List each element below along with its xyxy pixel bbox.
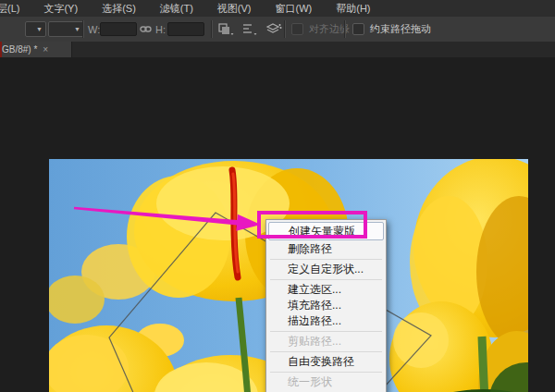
align-edges-checkbox[interactable] [291, 23, 303, 35]
menu-separator [270, 372, 382, 373]
height-label: H: [155, 24, 166, 35]
menu-item-stroke-path[interactable]: 描边路径... [268, 313, 384, 329]
height-input[interactable] [167, 22, 204, 36]
shape-mode-dropdown[interactable]: ▼ [48, 21, 84, 37]
constrain-path-drag-label: 约束路径拖动 [370, 22, 431, 36]
menu-separator [270, 331, 382, 332]
chevron-down-icon: ▼ [33, 26, 45, 32]
menu-bar: 图层(L) 文字(Y) 选择(S) 滤镜(T) 视图(V) 窗口(W) 帮助(H… [0, 0, 555, 18]
menu-type[interactable]: 文字(Y) [32, 0, 89, 17]
menu-view[interactable]: 视图(V) [206, 0, 263, 17]
path-operations-icon[interactable] [218, 23, 234, 36]
menu-item-clipping-path: 剪贴路径... [268, 334, 384, 349]
options-separator [344, 20, 346, 38]
menu-separator [270, 259, 382, 260]
menu-item-create-vector-mask[interactable]: 创建矢量蒙版 [268, 222, 384, 240]
options-separator [284, 20, 286, 38]
menu-separator [270, 351, 382, 352]
width-input[interactable] [100, 22, 137, 36]
menu-item-define-custom-shape[interactable]: 定义自定形状... [268, 262, 384, 277]
menu-item-unify-shape: 统一形状 [268, 374, 384, 390]
photoshop-window: 图层(L) 文字(Y) 选择(S) 滤镜(T) 视图(V) 窗口(W) 帮助(H… [0, 0, 555, 392]
path-alignment-icon[interactable] [241, 23, 257, 36]
menu-item-make-selection[interactable]: 建立选区... [268, 282, 384, 298]
document-tab-title: GB/8#) * [2, 44, 37, 55]
tool-preset-dropdown[interactable]: ▼ [25, 21, 46, 37]
link-dimensions-icon[interactable] [140, 25, 152, 33]
menu-help[interactable]: 帮助(H) [325, 0, 381, 17]
constrain-path-drag-checkbox[interactable] [352, 23, 364, 35]
tab-row [0, 42, 555, 57]
menu-window[interactable]: 窗口(W) [265, 0, 324, 17]
menu-layer[interactable]: 图层(L) [0, 0, 31, 17]
close-icon[interactable]: × [43, 44, 48, 55]
clipped-panel-sliver [0, 42, 2, 57]
options-separator [211, 20, 213, 38]
menu-select[interactable]: 选择(S) [91, 0, 147, 17]
path-arrangement-icon[interactable] [265, 22, 282, 36]
options-separator [82, 20, 84, 38]
path-context-menu: 创建矢量蒙版 删除路径 定义自定形状... 建立选区... 填充路径... 描边… [265, 219, 387, 392]
menu-item-fill-path[interactable]: 填充路径... [268, 298, 384, 313]
menu-filter[interactable]: 滤镜(T) [149, 0, 204, 17]
width-label: W: [88, 24, 100, 35]
options-bar: ▼ ▼ W: H: [0, 17, 555, 43]
document-tab[interactable]: GB/8#) * × [2, 42, 72, 57]
menu-item-delete-path[interactable]: 删除路径 [268, 240, 384, 257]
menu-item-free-transform-path[interactable]: 自由变换路径 [268, 354, 384, 370]
menu-separator [270, 279, 382, 280]
